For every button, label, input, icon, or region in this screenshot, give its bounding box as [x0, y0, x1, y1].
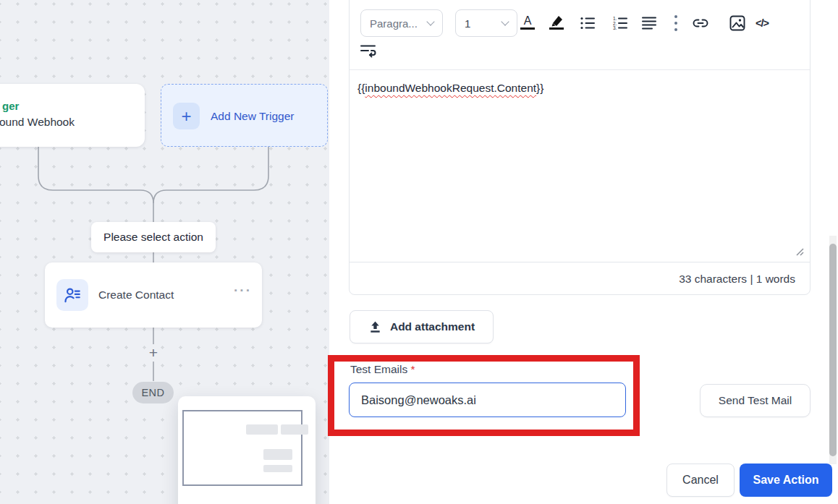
editor-toolbar: Paragra... 1 A — [350, 0, 810, 70]
scrollbar-thumb[interactable] — [829, 244, 837, 456]
required-asterisk: * — [411, 363, 415, 375]
svg-text:3.: 3. — [613, 25, 617, 30]
bullet-list-icon[interactable] — [578, 12, 597, 34]
trigger-card-subtitle: ound Webhook — [0, 116, 75, 129]
test-emails-label: Test Emails * — [350, 363, 415, 376]
merge-tag-open: {{ — [357, 82, 365, 94]
please-select-action-label: Please select action — [91, 222, 216, 252]
preview-placeholder-bar — [281, 424, 308, 435]
preview-placeholder-bar — [263, 465, 292, 472]
insert-link-icon[interactable] — [691, 12, 710, 34]
add-new-trigger-button[interactable]: + Add New Trigger — [161, 84, 328, 147]
preview-placeholder-bar — [263, 449, 292, 460]
insert-image-icon[interactable] — [728, 12, 747, 34]
send-test-mail-button[interactable]: Send Test Mail — [700, 384, 811, 417]
cancel-button[interactable]: Cancel — [666, 464, 735, 497]
more-options-icon[interactable] — [666, 12, 685, 34]
align-text-icon[interactable] — [640, 12, 659, 34]
send-test-mail-label: Send Test Mail — [719, 394, 792, 407]
select-action-text: Please select action — [103, 231, 203, 244]
resize-handle-icon[interactable] — [794, 246, 804, 256]
cancel-label: Cancel — [682, 474, 719, 487]
paragraph-style-value: Paragra... — [370, 17, 418, 30]
add-action-plus-button[interactable]: + — [145, 345, 161, 361]
save-action-label: Save Action — [753, 474, 819, 487]
end-badge: END — [132, 382, 174, 403]
counter-text: 33 characters | 1 words — [679, 273, 795, 286]
text-color-icon[interactable]: A — [518, 12, 537, 34]
merge-tag-text: {{inboundWebhookRequest.Content}} — [357, 82, 543, 95]
character-counter: 33 characters | 1 words — [350, 262, 810, 295]
chevron-down-icon — [426, 17, 434, 25]
add-new-trigger-label: Add New Trigger — [211, 85, 294, 148]
workflow-canvas[interactable]: ger ound Webhook + Add New Trigger Pleas… — [0, 0, 329, 504]
merge-tag-token: inboundWebhookRequest.Content — [365, 82, 536, 94]
chevron-down-icon — [501, 17, 509, 25]
save-action-button[interactable]: Save Action — [740, 464, 832, 497]
create-contact-action-card[interactable]: Create Contact ··· — [45, 262, 262, 328]
ordered-list-icon[interactable]: 1. 2. 3. — [611, 12, 630, 34]
font-size-value: 1 — [465, 17, 470, 30]
code-view-icon[interactable]: </> — [753, 12, 771, 34]
paragraph-style-dropdown[interactable]: Paragra... — [360, 9, 443, 37]
plus-icon: + — [173, 103, 200, 129]
trigger-card-title: ger — [2, 100, 19, 112]
text-wrap-icon[interactable] — [359, 40, 378, 61]
upload-icon — [368, 320, 382, 334]
email-body-editor: Paragra... 1 A — [349, 0, 811, 295]
contact-icon — [56, 279, 88, 311]
email-body-text-area[interactable]: {{inboundWebhookRequest.Content}} — [350, 71, 810, 262]
add-attachment-button[interactable]: Add attachment — [350, 310, 494, 343]
highlighter-icon[interactable] — [547, 12, 566, 34]
inbound-webhook-trigger-card[interactable]: ger ound Webhook — [0, 84, 145, 147]
test-emails-text: Test Emails — [350, 363, 407, 375]
create-contact-label: Create Contact — [98, 262, 174, 328]
card-options-menu[interactable]: ··· — [234, 283, 252, 299]
svg-text:A: A — [524, 14, 532, 27]
add-attachment-label: Add attachment — [390, 320, 475, 333]
floating-preview-card — [178, 396, 316, 504]
font-size-dropdown[interactable]: 1 — [455, 9, 517, 37]
merge-tag-close: }} — [536, 82, 543, 94]
preview-thumbnail-frame — [182, 410, 302, 486]
preview-placeholder-bar — [246, 424, 278, 435]
workflow-builder-screen: ger ound Webhook + Add New Trigger Pleas… — [0, 0, 838, 504]
test-emails-input[interactable] — [349, 383, 626, 417]
code-glyph: </> — [756, 17, 769, 29]
